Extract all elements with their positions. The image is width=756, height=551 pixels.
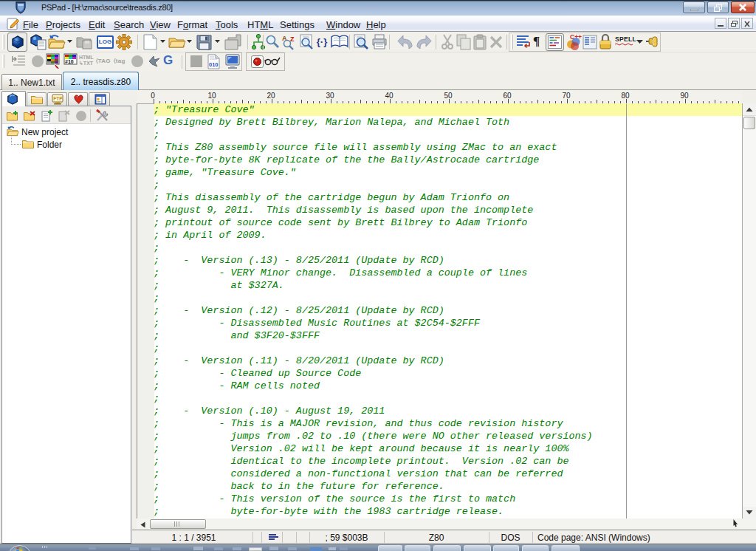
svg-text:FTP: FTP [53,96,63,101]
svg-text:#10: #10 [65,59,74,64]
svg-text:010: 010 [209,61,219,68]
svg-text:Z: Z [290,35,295,43]
